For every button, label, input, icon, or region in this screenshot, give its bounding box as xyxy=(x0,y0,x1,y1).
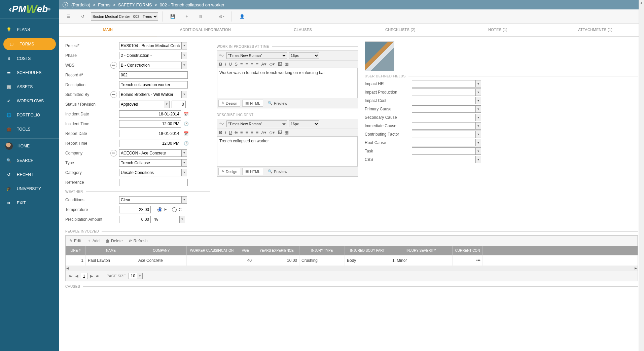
task-dropdown[interactable]: ▼ xyxy=(476,147,481,155)
html-mode[interactable]: ▦ HTML xyxy=(242,100,263,107)
row-lookup[interactable]: ••• xyxy=(476,258,480,263)
nav-exit[interactable]: ➡EXIT xyxy=(0,196,59,210)
bg-color-icon[interactable]: ◇▾ xyxy=(269,62,275,67)
primary-cause-dropdown[interactable]: ▼ xyxy=(476,105,481,113)
tab-checklists[interactable]: CHECKLISTS (2) xyxy=(352,24,449,36)
tab-clauses[interactable]: CLAUSES xyxy=(254,24,352,36)
wbs-lookup[interactable]: ••• xyxy=(110,62,117,69)
report-date-field[interactable] xyxy=(119,130,181,137)
bg-color-icon[interactable]: ◇▾ xyxy=(269,130,275,135)
bold-icon[interactable]: B xyxy=(219,62,222,67)
clock-icon[interactable]: 🕐 xyxy=(183,140,189,146)
wbs-dropdown[interactable]: ▼ xyxy=(182,62,187,69)
conditions-dropdown[interactable]: ▼ xyxy=(182,196,187,204)
tab-notes[interactable]: NOTES (1) xyxy=(449,24,547,36)
precip-field[interactable] xyxy=(119,216,151,223)
bold-icon[interactable]: B xyxy=(219,130,222,135)
nav-recent[interactable]: ↺RECENT xyxy=(0,168,59,182)
col-years[interactable]: YEARS EXPERIENCE xyxy=(254,246,299,255)
font-select-2[interactable]: "Times New Roman" xyxy=(226,120,287,127)
submitted-dropdown[interactable]: ▼ xyxy=(182,91,187,98)
impact-cost-field[interactable] xyxy=(412,97,476,104)
nav-schedules[interactable]: ☰SCHEDULES xyxy=(0,66,59,80)
wip-textarea[interactable]: Worker was in foundation trench working … xyxy=(217,68,358,98)
root-cause-dropdown[interactable]: ▼ xyxy=(476,139,481,146)
company-dropdown[interactable]: ▼ xyxy=(182,149,187,157)
incident-date-field[interactable] xyxy=(119,110,181,118)
contributing-field[interactable] xyxy=(412,131,476,138)
breadcrumb-safety[interactable]: SAFETY FORMS xyxy=(118,2,152,7)
col-condition[interactable]: CURRENT CON xyxy=(453,246,483,255)
category-field[interactable] xyxy=(119,169,182,176)
incident-textarea[interactable]: Trench collapsed on worker xyxy=(217,136,358,167)
design-mode-2[interactable]: ✎ Design xyxy=(218,168,240,175)
impact-prod-dropdown[interactable]: ▼ xyxy=(476,89,481,96)
phase-dropdown[interactable]: ▼ xyxy=(182,52,187,59)
align-justify-icon[interactable]: ≡ xyxy=(256,62,259,67)
task-field[interactable] xyxy=(412,147,476,155)
report-time-field[interactable] xyxy=(119,140,181,147)
align-right-icon[interactable]: ≡ xyxy=(251,62,253,67)
italic-icon[interactable]: I xyxy=(225,130,226,135)
nav-costs[interactable]: $COSTS xyxy=(0,51,59,66)
precip-unit-dropdown[interactable]: ▼ xyxy=(180,216,185,223)
cbs-dropdown[interactable]: ▼ xyxy=(476,156,481,163)
align-left-icon[interactable]: ≡ xyxy=(240,62,243,67)
col-line[interactable]: LINE # xyxy=(66,246,86,255)
col-classification[interactable]: WORKER CLASSIFICATION xyxy=(187,246,237,255)
nav-tools[interactable]: 💼TOOLS xyxy=(0,122,59,136)
table-icon[interactable]: ▦ xyxy=(285,62,289,67)
pager-page[interactable] xyxy=(81,273,87,279)
spellcheck-icon[interactable]: ᵃᵇ✓ xyxy=(219,54,224,58)
print-icon[interactable]: 🖨▾ xyxy=(215,11,227,22)
revision-field[interactable] xyxy=(172,101,186,108)
temperature-field[interactable] xyxy=(119,206,151,213)
spellcheck-icon[interactable]: ᵃᵇ✓ xyxy=(219,122,224,126)
calendar-icon[interactable]: 📅 xyxy=(183,131,189,137)
user-icon[interactable]: 👤 xyxy=(236,11,248,22)
contributing-dropdown[interactable]: ▼ xyxy=(476,131,481,138)
wbs-field[interactable] xyxy=(119,62,182,69)
history-icon[interactable]: ↺ xyxy=(77,11,89,22)
submitted-field[interactable] xyxy=(119,91,182,98)
immediate-cause-field[interactable] xyxy=(412,122,476,130)
add-button[interactable]: ＋ Add xyxy=(87,238,100,244)
secondary-cause-field[interactable] xyxy=(412,114,476,121)
delete-button[interactable]: 🗑 Delete xyxy=(106,238,123,244)
company-lookup[interactable]: ••• xyxy=(110,150,117,156)
strike-icon[interactable]: S xyxy=(235,130,238,135)
nav-workflows[interactable]: ✔WORKFLOWS xyxy=(0,94,59,108)
font-color-icon[interactable]: A▾ xyxy=(261,62,266,67)
nav-assets[interactable]: 🏢ASSETS xyxy=(0,80,59,94)
edit-button[interactable]: ✎ Edit xyxy=(69,238,81,244)
preview-mode[interactable]: 🔍 Preview xyxy=(265,100,290,107)
page-size-dropdown[interactable]: ▼ xyxy=(137,273,143,279)
align-center-icon[interactable]: ≡ xyxy=(246,130,248,135)
table-row[interactable]: 1 Paul Lawton Ace Concrete 40 10.00 Crus… xyxy=(66,255,638,266)
refresh-button[interactable]: ⟳ Refresh xyxy=(129,238,148,244)
nav-portfolio[interactable]: 🌐PORTFOLIO xyxy=(0,108,59,122)
vscrollbar[interactable]: ▲ xyxy=(639,0,644,351)
add-icon[interactable]: ＋ xyxy=(181,11,193,22)
company-field[interactable] xyxy=(119,149,182,157)
status-dropdown[interactable]: ▼ xyxy=(164,101,170,108)
temp-f-radio[interactable] xyxy=(157,207,162,212)
col-severity[interactable]: INJURY SEVERITY xyxy=(390,246,453,255)
tab-additional[interactable]: ADDITIONAL INFORMATION xyxy=(157,24,254,36)
precip-unit[interactable] xyxy=(153,216,180,223)
record-field[interactable] xyxy=(119,71,188,79)
pager-prev[interactable]: ◀ xyxy=(75,274,78,278)
conditions-field[interactable] xyxy=(119,196,182,204)
breadcrumb-forms[interactable]: Forms xyxy=(98,2,110,7)
image-icon[interactable]: 🖼 xyxy=(278,130,282,135)
phase-field[interactable] xyxy=(119,52,182,59)
font-color-icon[interactable]: A▾ xyxy=(261,130,266,135)
breadcrumb-portfolio[interactable]: (Portfolio) xyxy=(71,2,90,7)
preview-mode-2[interactable]: 🔍 Preview xyxy=(265,168,290,175)
impact-prod-field[interactable] xyxy=(412,89,476,96)
size-select-2[interactable]: 16px xyxy=(289,120,319,127)
reference-field[interactable] xyxy=(119,179,188,186)
design-mode[interactable]: ✎ Design xyxy=(218,100,240,107)
status-field[interactable] xyxy=(119,101,164,108)
primary-cause-field[interactable] xyxy=(412,105,476,113)
